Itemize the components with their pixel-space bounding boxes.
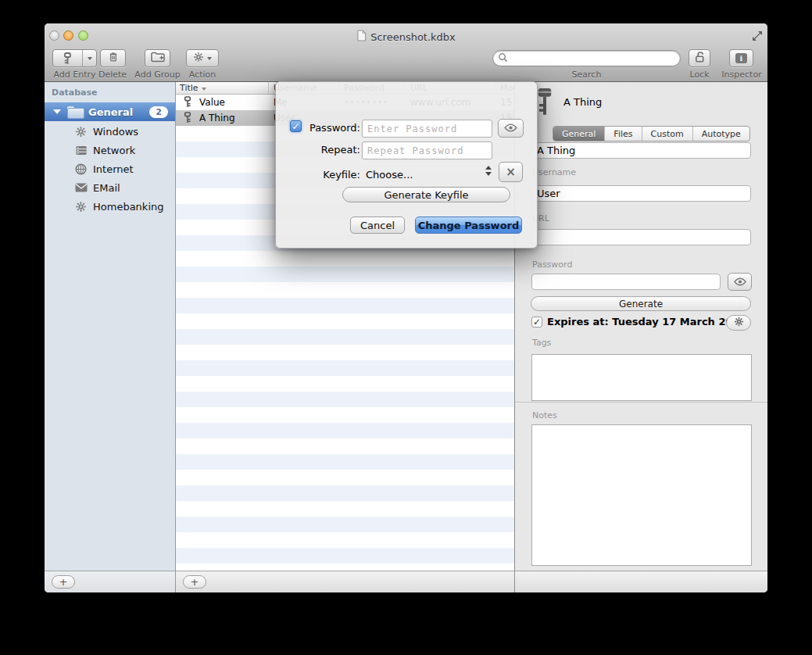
cancel-button[interactable]: Cancel [350,217,405,234]
clear-keyfile-button[interactable]: × [499,162,523,182]
sidebar-item-label: Network [93,145,135,156]
password-field[interactable] [531,274,721,290]
notes-label: Notes [532,410,557,421]
expires-settings-button[interactable] [726,315,751,331]
key-icon [183,96,192,110]
expires-label: Expires at: Tuesday 17 March 2015 [547,316,747,328]
window-title: Screenshot.kdbx [370,31,456,43]
search-field[interactable] [492,50,681,66]
add-entry-plus-button[interactable]: + [183,575,206,589]
tags-textarea[interactable] [531,354,752,401]
popover-password-label: Password: [290,122,360,134]
sidebar-section-header: Database [52,88,98,98]
sidebar-item-internet[interactable]: Internet [45,159,175,178]
repeat-password-input[interactable] [362,141,492,159]
toolbar: Screenshot.kdbx Add Entry Delete Ad [45,23,767,82]
inspector-label: Inspector [718,70,765,80]
inspector-bottom-bar [515,571,767,592]
tab-custom[interactable]: Custom [642,127,693,141]
chevron-down-icon [207,57,212,60]
delete-label: Delete [90,70,135,80]
gear-icon [193,51,204,66]
section-divider [515,402,767,403]
gear-icon [74,126,88,138]
chevron-down-icon[interactable] [83,50,96,66]
entry-count-badge: 2 [149,106,168,118]
sidebar-bottom-bar: + [45,571,175,592]
key-icon [53,50,82,66]
new-password-input[interactable] [362,120,492,138]
table-bottom-bar: + [176,571,514,592]
gear-icon [734,317,744,329]
cell-title: A Thing [195,110,269,126]
key-icon [183,112,192,126]
sidebar-item-homebanking[interactable]: Homebanking [45,197,175,216]
inspector-tabs: General Files Custom Autotype [553,126,750,141]
tags-label: Tags [532,338,551,348]
popover-keyfile-label: Keyfile: [290,169,360,181]
folder-plus-icon [151,51,165,66]
lock-button[interactable] [689,49,710,67]
sidebar-item-label: Internet [93,163,134,175]
sidebar: Database General 2 Windows Network Inter… [45,82,176,592]
app-window: Screenshot.kdbx Add Entry Delete Ad [45,23,767,592]
unlock-icon [694,51,706,66]
popover-reveal-button[interactable] [498,119,524,138]
sidebar-item-label: Windows [93,126,138,138]
cell-title: Value [195,95,269,110]
inspector-panel: A Thing General Files Custom Autotype Us… [514,82,767,592]
add-entry-button[interactable] [52,49,97,67]
username-field[interactable] [531,185,751,202]
tab-files[interactable]: Files [605,127,642,141]
server-icon [74,145,88,156]
add-group-button[interactable] [145,49,170,67]
tab-general[interactable]: General [553,127,605,141]
sidebar-item-network[interactable]: Network [45,141,175,159]
add-group-plus-button[interactable]: + [52,575,75,589]
sidebar-item-windows[interactable]: Windows [45,122,175,141]
sidebar-group-general[interactable]: General 2 [45,102,175,121]
search-input[interactable] [508,51,680,66]
reveal-password-button[interactable] [728,273,752,291]
generate-keyfile-button[interactable]: Generate Keyfile [342,187,510,202]
eye-icon [504,123,517,134]
change-password-button[interactable]: Change Password [415,217,522,234]
entry-title: A Thing [563,96,602,108]
globe-icon [74,163,88,175]
add-group-label: Add Group [133,70,182,80]
url-field[interactable] [531,229,751,245]
action-button[interactable] [186,49,219,67]
generate-button[interactable]: Generate [531,296,751,311]
sidebar-item-email[interactable]: EMail [45,178,175,197]
disclosure-triangle-icon[interactable] [53,109,61,114]
envelope-icon [74,183,88,192]
keyfile-dropdown[interactable]: Choose... [366,169,413,181]
folder-icon [67,106,83,117]
sort-indicator-icon [202,88,206,91]
notes-textarea[interactable] [531,424,752,566]
sidebar-item-label: Homebanking [93,201,163,213]
username-label: Username [532,167,576,177]
tab-autotype[interactable]: Autotype [693,127,749,141]
trash-icon [108,51,119,66]
inspector-button[interactable]: i [729,49,753,67]
sidebar-item-label: EMail [93,182,120,194]
info-icon: i [735,53,747,63]
password-label: Password [532,259,572,270]
delete-button[interactable] [100,49,126,67]
document-icon [356,30,367,45]
search-label: Search [492,70,681,80]
stepper-icon[interactable] [485,166,492,176]
change-password-popover: ✓ Password: Repeat: Keyfile: Choose... ×… [275,81,538,249]
eye-icon [734,274,746,289]
titlebar: Screenshot.kdbx [45,30,767,44]
close-x-icon: × [506,165,516,179]
expires-checkbox[interactable]: ✓ [531,317,542,328]
column-header-title[interactable]: Title [176,82,269,94]
fullscreen-icon[interactable] [752,30,763,45]
popover-repeat-label: Repeat: [290,144,360,156]
lock-label: Lock [678,70,721,80]
sidebar-group-label: General [88,106,133,118]
title-field[interactable] [531,142,751,159]
search-icon [498,51,508,66]
